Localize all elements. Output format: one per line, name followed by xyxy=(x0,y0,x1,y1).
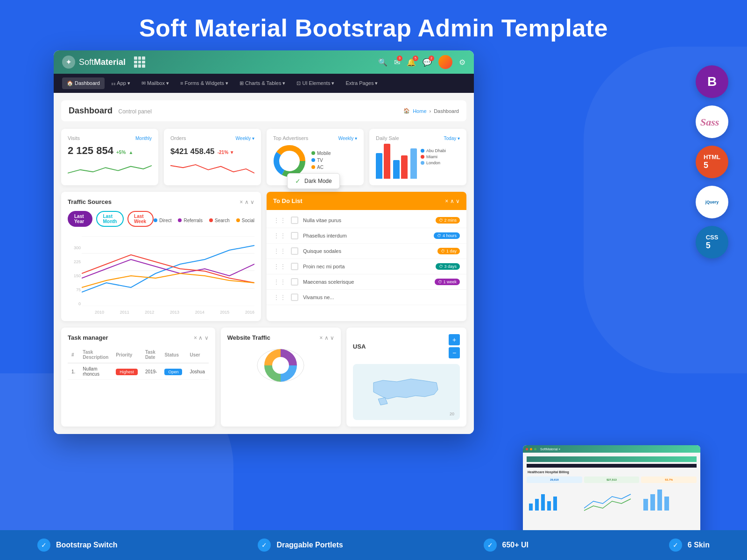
usa-card: USA + − 20 xyxy=(346,328,466,427)
features-bar: ✓ Bootstrap Switch ✓ Draggable Portlets … xyxy=(0,530,747,560)
orders-value: $421 458.45 -21% ▼ xyxy=(170,145,254,157)
drag-handle-6[interactable]: ⋮⋮ xyxy=(273,294,286,301)
search-icon[interactable]: 🔍 xyxy=(378,58,388,67)
nav-menu: 🏠 Dashboard ⚏ App ▾ ✉ Mailbox ▾ ≡ Forms … xyxy=(54,74,474,93)
todo-text-1: Nulla vitae purus xyxy=(303,217,431,223)
visits-card: Visits Monthly 2 125 854 +5% ▲ xyxy=(61,129,158,185)
tab-last-month[interactable]: Last Month xyxy=(96,211,124,227)
visits-value: 2 125 854 +5% ▲ xyxy=(68,145,152,157)
task-table: # Task Description Priority Task Date St… xyxy=(68,347,209,380)
daily-sale-label: Daily Sale xyxy=(376,135,399,141)
todo-title: To Do List xyxy=(273,197,303,204)
website-traffic-controls[interactable]: × ∧ ∨ xyxy=(319,335,334,341)
stat-cards: Visits Monthly 2 125 854 +5% ▲ Orders xyxy=(61,129,466,185)
x-axis: 2010201120122013201420152016 xyxy=(82,308,254,315)
drag-handle-3[interactable]: ⋮⋮ xyxy=(273,247,286,255)
feature-skin: ✓ 6 Skin xyxy=(669,539,710,552)
col-user: User xyxy=(186,347,208,363)
mail-icon[interactable]: ✉3 xyxy=(394,58,400,67)
todo-card: To Do List × ∧ ∨ ⋮⋮ Nulla vitae purus ⏱ … xyxy=(267,192,466,321)
orders-period[interactable]: Weekly ▾ xyxy=(236,136,254,141)
nav-mailbox[interactable]: ✉ Mailbox ▾ xyxy=(137,77,174,89)
traffic-controls[interactable]: × ∧ ∨ xyxy=(240,199,254,205)
todo-item-6: ⋮⋮ Vivamus ne... xyxy=(267,290,466,305)
brand-soft: Soft xyxy=(79,57,94,67)
task-controls[interactable]: × ∧ ∨ xyxy=(194,335,209,341)
svg-rect-18 xyxy=(650,494,655,511)
svg-rect-17 xyxy=(643,499,648,511)
breadcrumb-home[interactable]: Home xyxy=(413,108,426,114)
y-axis: 300225150750 xyxy=(68,245,81,306)
daily-sale-chart xyxy=(376,148,417,179)
traffic-legend: Direct Referrals Search Social xyxy=(154,218,254,223)
middle-row: Traffic Sources × ∧ ∨ Last Year Last Mon… xyxy=(61,192,466,321)
visits-change: +5% xyxy=(116,150,126,155)
map-zoom-out[interactable]: − xyxy=(449,347,460,358)
todo-checkbox-5[interactable] xyxy=(291,278,298,286)
todo-text-2: Phasellus interdum xyxy=(303,233,429,238)
daily-sale-card: Daily Sale Today ▾ xyxy=(369,129,466,185)
drag-handle-1[interactable]: ⋮⋮ xyxy=(273,217,286,224)
dash-subtitle: Control panel xyxy=(118,108,151,115)
todo-checkbox-6[interactable] xyxy=(291,294,298,301)
settings-icon[interactable]: ⚙ xyxy=(459,58,465,67)
user-avatar[interactable] xyxy=(438,55,452,69)
brand[interactable]: ✦ SoftMaterial xyxy=(62,56,126,69)
drag-handle-2[interactable]: ⋮⋮ xyxy=(273,232,286,239)
todo-checkbox-2[interactable] xyxy=(291,232,298,239)
daily-sale-period[interactable]: Today ▾ xyxy=(444,136,460,141)
nav-extra[interactable]: Extra Pages ▾ xyxy=(341,77,382,89)
chat-icon[interactable]: 💬2 xyxy=(423,58,432,67)
nav-forms[interactable]: ≡ Forms & Widgets ▾ xyxy=(176,77,233,89)
drag-handle-4[interactable]: ⋮⋮ xyxy=(273,263,286,270)
browser-mockup: ✦ SoftMaterial 🔍 ✉3 🔔5 💬2 ⚙ 🏠 Dashboard … xyxy=(54,50,474,434)
svg-point-11 xyxy=(272,357,289,374)
apps-grid-icon[interactable] xyxy=(134,56,145,68)
check-draggable: ✓ xyxy=(258,539,271,552)
tab-last-year[interactable]: Last Year xyxy=(68,211,92,227)
map-zoom-in[interactable]: + xyxy=(449,334,460,345)
svg-rect-12 xyxy=(529,504,533,511)
todo-checkbox-3[interactable] xyxy=(291,247,298,255)
css3-badge: CSS5 xyxy=(696,226,728,259)
dashboard-content: Dashboard Control panel 🏠 Home › Dashboa… xyxy=(54,93,474,434)
bell-icon[interactable]: 🔔5 xyxy=(407,58,416,67)
advertisers-period[interactable]: Weekly ▾ xyxy=(338,136,357,141)
svg-rect-13 xyxy=(535,499,539,511)
todo-item-5: ⋮⋮ Maecenas scelerisque ⏱ 1 week xyxy=(267,274,466,290)
todo-badge-4: ⏱ 3 days xyxy=(436,263,460,270)
visits-period[interactable]: Monthly xyxy=(135,136,152,141)
html5-badge: HTML5 xyxy=(696,146,728,178)
col-desc: Task Description xyxy=(79,347,112,363)
task-desc: Nullam rhoncus xyxy=(79,363,112,380)
visits-chart xyxy=(68,161,152,177)
dark-mode-label: Dark Mode xyxy=(304,178,332,184)
page-title: Soft Material Bootstrap Admin Template xyxy=(0,0,747,51)
screenshot-topbar: SoftMaterial × xyxy=(523,445,700,453)
usa-title: USA xyxy=(353,343,366,350)
svg-rect-14 xyxy=(541,494,545,511)
nav-ui[interactable]: ⊡ UI Elements ▾ xyxy=(292,77,339,89)
nav-app[interactable]: ⚏ App ▾ xyxy=(106,77,135,89)
website-traffic-card: Website Traffic × ∧ ∨ xyxy=(221,328,341,427)
feature-draggable-label: Draggable Portlets xyxy=(276,541,343,549)
todo-controls[interactable]: × ∧ ∨ xyxy=(445,198,460,204)
dark-mode-dropdown[interactable]: ✓ Dark Mode xyxy=(287,173,340,189)
tab-last-week[interactable]: Last Week xyxy=(127,211,154,227)
check-ui: ✓ xyxy=(484,539,497,552)
website-traffic-title: Website Traffic xyxy=(227,334,270,341)
todo-checkbox-1[interactable] xyxy=(291,217,298,224)
nav-charts[interactable]: ⊞ Charts & Tables ▾ xyxy=(235,77,290,89)
todo-badge-1: ⏱ 2 mins xyxy=(436,217,460,224)
donut-container: Mobile TV AC xyxy=(273,145,357,177)
todo-checkbox-4[interactable] xyxy=(291,263,298,270)
nav-dashboard[interactable]: 🏠 Dashboard xyxy=(62,77,105,89)
todo-item-3: ⋮⋮ Quisque sodales ⏱ 1 day xyxy=(267,244,466,259)
task-date: 2019- xyxy=(141,363,161,380)
col-num: # xyxy=(68,347,79,363)
breadcrumb: 🏠 Home › Dashboard xyxy=(403,108,459,114)
todo-badge-5: ⏱ 1 week xyxy=(435,279,460,285)
donut-legend: Mobile TV AC xyxy=(311,151,331,172)
drag-handle-5[interactable]: ⋮⋮ xyxy=(273,278,286,286)
visits-label: Visits xyxy=(68,135,80,141)
